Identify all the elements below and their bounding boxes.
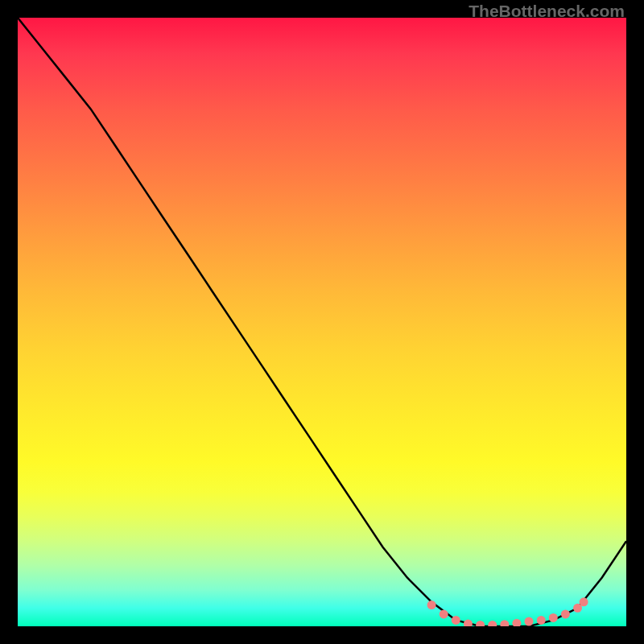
marker-point — [537, 616, 546, 625]
marker-point — [488, 621, 497, 626]
marker-point — [476, 621, 485, 626]
plot-area — [18, 18, 626, 626]
chart-container: TheBottleneck.com — [0, 0, 644, 644]
bottleneck-curve — [18, 18, 626, 626]
marker-point — [512, 619, 521, 626]
marker-point — [525, 617, 534, 626]
marker-point — [440, 609, 448, 618]
curve-svg — [18, 18, 626, 626]
flat-region-markers — [427, 597, 588, 626]
marker-point — [464, 620, 473, 627]
marker-point — [549, 613, 558, 622]
marker-point — [500, 620, 509, 626]
watermark-text: TheBottleneck.com — [469, 2, 625, 21]
marker-point — [452, 616, 460, 625]
marker-point — [561, 609, 570, 618]
marker-point — [580, 597, 588, 606]
marker-point — [427, 601, 436, 609]
